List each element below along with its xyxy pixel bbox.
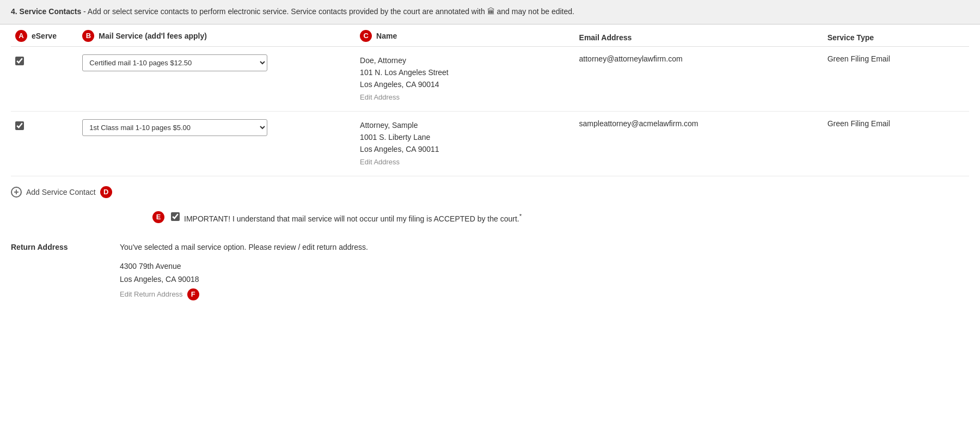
table-header-row: A eServe B Mail Service (add'l fees appl… [11,24,969,47]
table-row: Certified mail 1-10 pages $12.501st Clas… [11,46,969,111]
return-address-intro: You've selected a mail service option. P… [120,243,969,251]
email-address-cell: sampleattorney@acmelawfirm.com [575,111,823,176]
contact-address2: Los Angeles, CA 90011 [360,143,570,155]
service-type-cell: Green Filing Email [823,46,969,111]
badge-b: B [82,30,94,42]
section-title: 4. Service Contacts [11,7,81,16]
section-description: - Add or select service contacts to perf… [81,7,574,16]
add-service-contact-row: + Add Service Contact D [0,176,980,204]
mail-service-select[interactable]: Certified mail 1-10 pages $12.501st Clas… [82,54,267,71]
return-address-line2: Los Angeles, CA 90018 [120,273,969,286]
add-service-contact-label[interactable]: Add Service Contact [26,188,96,196]
mail-service-cell: Certified mail 1-10 pages $12.501st Clas… [78,46,356,111]
important-notice-row: E IMPORTANT! I understand that mail serv… [0,204,980,232]
name-address-cell: Attorney, Sample 1001 S. Liberty Lane Lo… [356,111,574,176]
important-checkbox[interactable] [171,212,180,221]
contact-address2: Los Angeles, CA 90014 [360,78,570,90]
section-header: 4. Service Contacts - Add or select serv… [0,0,980,24]
contact-name: Doe, Attorney [360,54,570,66]
badge-e: E [152,211,164,223]
col-header-name: C Name [356,24,574,47]
eserve-checkbox[interactable] [15,57,24,65]
service-contacts-table: A eServe B Mail Service (add'l fees appl… [11,24,969,176]
important-text: IMPORTANT! I understand that mail servic… [184,211,522,225]
return-address-content: You've selected a mail service option. P… [120,243,969,300]
contact-address1: 101 N. Los Angeles Street [360,66,570,78]
return-address-label: Return Address [11,243,120,300]
col-header-eserve: A eServe [11,24,78,47]
mail-service-select[interactable]: Certified mail 1-10 pages $12.501st Clas… [82,119,267,136]
add-service-contact-icon[interactable]: + [11,187,22,198]
contact-name: Attorney, Sample [360,119,570,131]
edit-address-link[interactable]: Edit Address [360,158,400,166]
eserve-checkbox[interactable] [15,121,24,130]
eserve-cell [11,46,78,111]
edit-address-link[interactable]: Edit Address [360,93,400,101]
col-header-mail: B Mail Service (add'l fees apply) [78,24,356,47]
badge-d: D [100,186,112,198]
badge-c: C [360,30,372,42]
badge-f: F [187,288,199,300]
edit-return-address-link[interactable]: Edit Return Address [120,290,183,298]
badge-a: A [15,30,27,42]
mail-service-cell: Certified mail 1-10 pages $12.501st Clas… [78,111,356,176]
col-header-service-type: Service Type [823,24,969,47]
eserve-cell [11,111,78,176]
email-address-cell: attorney@attorneylawfirm.com [575,46,823,111]
table-row: Certified mail 1-10 pages $12.501st Clas… [11,111,969,176]
service-type-cell: Green Filing Email [823,111,969,176]
service-contacts-table-wrapper: A eServe B Mail Service (add'l fees appl… [0,24,980,176]
return-address-line1: 4300 79th Avenue [120,260,969,273]
contact-address1: 1001 S. Liberty Lane [360,131,570,143]
return-address-section: Return Address You've selected a mail se… [0,232,980,311]
col-header-email: Email Address [575,24,823,47]
name-address-cell: Doe, Attorney 101 N. Los Angeles Street … [356,46,574,111]
